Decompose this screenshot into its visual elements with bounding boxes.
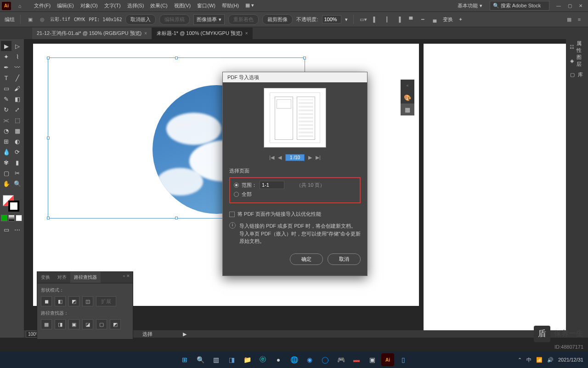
screen-mode-tool[interactable]: ▭ (1, 224, 11, 235)
menu-arrange-icon[interactable]: ▦ ▾ (243, 0, 257, 11)
menu-view[interactable]: 视图(V) (171, 0, 194, 11)
tab-close-icon[interactable]: × (245, 31, 248, 36)
line-tool[interactable]: ╱ (12, 73, 23, 83)
curvature-tool[interactable]: 〰 (12, 62, 23, 72)
eyedropper-tool[interactable]: 💧 (1, 147, 11, 157)
stroke-color[interactable] (8, 201, 19, 212)
crop-pf-button[interactable]: ◪ (82, 319, 93, 329)
rotate-tool[interactable]: ↻ (1, 104, 11, 115)
mesh-tool[interactable]: ⊞ (1, 136, 11, 146)
last-page-button[interactable]: ▶| (316, 155, 321, 161)
explorer-icon[interactable]: 📁 (241, 353, 254, 366)
volume-icon[interactable]: 🔊 (547, 357, 554, 363)
zoom-tool[interactable]: 🔍 (12, 178, 23, 189)
type-tool[interactable]: T (1, 73, 11, 83)
transform-icon[interactable]: ✦ (457, 15, 465, 23)
import-as-link-checkbox[interactable] (229, 212, 235, 217)
search-stock-input[interactable]: 🔍 搜索 Adobe Stock (490, 1, 549, 11)
swatches-panel-icon[interactable]: ▦ (401, 104, 414, 115)
menu-file[interactable]: 文件(F) (31, 0, 53, 11)
illustrator-taskbar-icon[interactable]: Ai (381, 353, 394, 366)
chrome-icon[interactable]: 🌐 (288, 353, 300, 366)
edge-icon[interactable]: ⓔ (256, 353, 269, 366)
menu-object[interactable]: 对象(O) (78, 0, 101, 11)
workspace-switcher[interactable]: 基本功能 ▾ (454, 1, 486, 10)
trim-button[interactable]: ◨ (55, 319, 66, 329)
isolate-icon[interactable]: ▦ (565, 15, 573, 23)
next-page-button[interactable]: ▶ (308, 155, 312, 161)
none-swatch[interactable] (16, 215, 22, 221)
tab-close-icon[interactable]: × (144, 31, 147, 36)
exclude-button[interactable]: ◫ (82, 296, 93, 306)
align-top-icon[interactable]: ▀ (407, 15, 415, 23)
page-input[interactable]: 1 /10 (285, 154, 305, 161)
intersect-button[interactable]: ◩ (68, 296, 79, 306)
menu-window[interactable]: 窗口(W) (194, 0, 218, 11)
app-icon[interactable]: 🎮 (334, 353, 347, 366)
app-icon[interactable]: ● (272, 353, 285, 366)
shape-builder-tool[interactable]: ◔ (1, 126, 11, 136)
rectangle-tool[interactable]: ▭ (1, 83, 11, 93)
unembed-button[interactable]: 取消嵌入 (125, 14, 156, 25)
divide-button[interactable]: ▦ (41, 319, 52, 329)
search-taskbar-icon[interactable]: 🔍 (194, 353, 207, 366)
chevron-down-icon[interactable]: ▾ (345, 17, 348, 23)
align-tab[interactable]: 对齐 (54, 272, 70, 283)
lasso-tool[interactable]: ⌇ (12, 52, 23, 62)
align-center-icon[interactable]: ┃ (383, 15, 391, 23)
direct-selection-tool[interactable]: ▷ (12, 41, 23, 51)
align-bottom-icon[interactable]: ▄ (431, 15, 439, 23)
range-radio[interactable] (234, 183, 239, 188)
unite-button[interactable]: ◼ (41, 296, 52, 306)
options-icon[interactable]: ≡ (575, 15, 583, 23)
eraser-tool[interactable]: ◧ (12, 94, 23, 104)
tray-chevron-icon[interactable]: ⌃ (518, 357, 522, 363)
selection-tool[interactable]: ▶ (1, 41, 11, 51)
align-middle-icon[interactable]: ━ (419, 15, 427, 23)
first-page-button[interactable]: |◀ (269, 155, 274, 161)
blend-tool[interactable]: ⟳ (12, 147, 23, 157)
start-button[interactable]: ⊞ (178, 353, 191, 366)
scale-tool[interactable]: ⤢ (12, 104, 23, 115)
app-icon[interactable]: ▣ (366, 353, 379, 366)
align-left-icon[interactable]: ▌ (371, 15, 379, 23)
fill-stroke-widget[interactable] (1, 195, 23, 213)
app-icon[interactable]: ▬ (350, 353, 363, 366)
minus-back-button[interactable]: ◩ (110, 319, 121, 329)
status-play-icon[interactable]: ▶ (183, 331, 187, 337)
panel-collapse-icon[interactable]: « ✕ (120, 272, 133, 283)
panel-toggle-icon[interactable]: « (401, 80, 414, 92)
menu-effect[interactable]: 效果(C) (147, 0, 170, 11)
outline-button[interactable]: ▢ (96, 319, 107, 329)
gradient-swatch[interactable] (8, 215, 15, 221)
transform-tab[interactable]: 变换 (37, 272, 54, 283)
free-transform-tool[interactable]: ⬚ (12, 115, 23, 125)
minimize-button[interactable]: — (553, 2, 564, 10)
shaper-tool[interactable]: ✎ (1, 94, 11, 104)
app-icon[interactable]: ◯ (319, 353, 332, 366)
ok-button[interactable]: 确定 (290, 253, 323, 265)
symbol-sprayer-tool[interactable]: ✾ (1, 157, 11, 167)
align-right-icon[interactable]: ▐ (395, 15, 403, 23)
magic-wand-tool[interactable]: ✦ (1, 52, 11, 62)
floating-panel-group[interactable]: « 🎨 ▦ (401, 80, 414, 115)
pathfinder-panel[interactable]: 变换 对齐 路径查找器 « ✕ 形状模式： ◼ ◧ ◩ ◫ 扩展 路径查找器： … (37, 271, 133, 339)
minus-front-button[interactable]: ◧ (55, 296, 66, 306)
close-button[interactable]: ✕ (575, 2, 586, 10)
app-icon[interactable]: ◉ (303, 353, 316, 366)
range-input[interactable] (260, 181, 284, 189)
gradient-tool[interactable]: ◐ (12, 136, 23, 146)
perspective-tool[interactable]: ▦ (12, 126, 23, 136)
column-graph-tool[interactable]: ▮ (12, 157, 23, 167)
home-button[interactable]: ⌂ (13, 1, 27, 11)
menu-select[interactable]: 选择(S) (124, 0, 147, 11)
pathfinder-tab[interactable]: 路径查找器 (70, 272, 101, 283)
properties-panel-button[interactable]: ☷属性 (566, 40, 588, 54)
paintbrush-tool[interactable]: 🖌 (12, 83, 23, 93)
ime-indicator[interactable]: 中 (526, 356, 531, 363)
app-icon[interactable]: ▯ (397, 353, 410, 366)
menu-edit[interactable]: 编辑(E) (54, 0, 77, 11)
menu-type[interactable]: 文字(T) (102, 0, 124, 11)
pen-tool[interactable]: ✒ (1, 62, 11, 72)
prev-page-button[interactable]: ◀ (278, 155, 282, 161)
